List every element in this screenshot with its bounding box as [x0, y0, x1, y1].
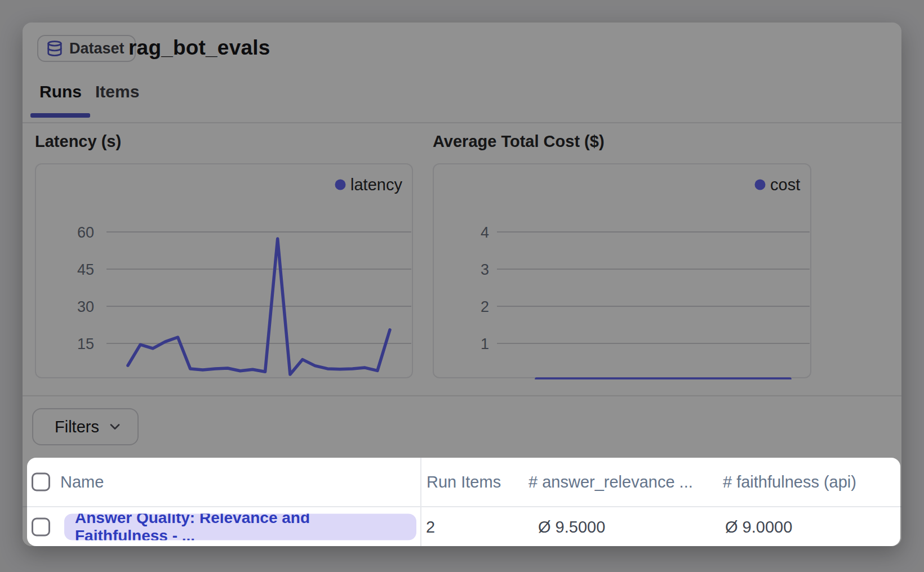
tabs-divider	[23, 122, 901, 123]
cost-chart: 4321cost	[433, 163, 811, 378]
badge-label: Dataset	[69, 40, 125, 57]
active-tab-underline	[30, 113, 90, 118]
y-tick-label: 15	[77, 336, 94, 352]
column-header-answer-relevance: # answer_relevance ...	[528, 473, 693, 491]
column-header-run-items: Run Items	[427, 473, 501, 491]
row-checkbox[interactable]	[32, 517, 50, 536]
dataset-card: Dataset rag_bot_evals Runs Items Latency…	[23, 23, 901, 546]
latency-chart: 60453015latency	[35, 163, 413, 378]
table-header-row: Name Run Items # answer_relevance ... # …	[23, 458, 901, 506]
legend-label: cost	[770, 176, 800, 194]
cost-chart-title: Average Total Cost ($)	[433, 132, 605, 151]
runs-table: Name Run Items # answer_relevance ... # …	[23, 458, 901, 546]
y-tick-label: 1	[481, 336, 489, 352]
tab-items[interactable]: Items	[95, 82, 139, 101]
column-header-faithfulness: # faithfulness (api)	[723, 473, 856, 491]
table-row: Answer Quality: Relevance and Faithfulne…	[23, 507, 901, 546]
legend-cost[interactable]: cost	[755, 176, 801, 194]
page-title: rag_bot_evals	[128, 36, 270, 60]
y-tick-label: 60	[77, 224, 94, 241]
tab-runs[interactable]: Runs	[39, 82, 82, 101]
filters-label: Filters	[55, 418, 99, 436]
dataset-run-link[interactable]: Answer Quality: Relevance and Faithfulne…	[64, 513, 416, 540]
faithfulness-value: Ø 9.0000	[725, 517, 792, 536]
filters-divider	[23, 395, 901, 396]
legend-dot-icon	[755, 180, 766, 190]
y-tick-label: 3	[481, 261, 489, 278]
legend-latency[interactable]: latency	[335, 176, 403, 194]
y-tick-label: 30	[77, 298, 94, 315]
filters-button[interactable]: Filters	[32, 408, 139, 445]
latency-chart-title: Latency (s)	[35, 132, 121, 151]
select-all-checkbox[interactable]	[32, 473, 50, 491]
y-tick-label: 4	[481, 224, 489, 241]
legend-label: latency	[350, 176, 402, 194]
y-tick-label: 45	[77, 261, 94, 278]
dataset-type-badge: Dataset	[37, 35, 136, 62]
run-items-value: 2	[426, 517, 435, 536]
legend-dot-icon	[335, 180, 346, 190]
y-tick-label: 2	[481, 298, 489, 315]
answer-relevance-value: Ø 9.5000	[538, 517, 605, 536]
page: Dataset rag_bot_evals Runs Items Latency…	[0, 0, 924, 572]
chevron-down-icon	[107, 419, 123, 435]
database-icon	[46, 40, 63, 57]
column-header-name: Name	[60, 473, 104, 491]
